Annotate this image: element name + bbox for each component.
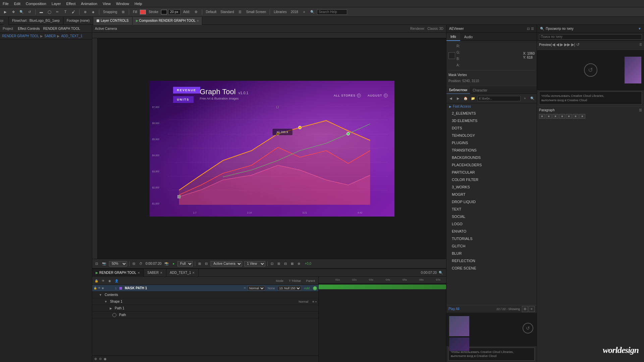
timeline-tab-addtext[interactable]: ADD_TEXT_1 ✕ bbox=[166, 269, 199, 277]
ae-viewer-icon1[interactable]: ⊡ bbox=[527, 27, 530, 31]
snapping-toggle[interactable]: ⊞ bbox=[120, 9, 126, 15]
lyr-eye[interactable]: 👁 bbox=[98, 287, 101, 290]
tool-brush[interactable]: 🖌 bbox=[70, 9, 77, 15]
search-help[interactable]: 🔍 bbox=[309, 9, 316, 15]
lib-thumb-1[interactable] bbox=[449, 316, 469, 336]
prev-skip-start[interactable]: |◀ bbox=[551, 42, 555, 47]
lib-item-transitions[interactable]: TRANSITIONS bbox=[446, 146, 537, 154]
align-left[interactable]: ≡ bbox=[539, 114, 545, 119]
camera-select[interactable]: Active Camera bbox=[211, 261, 242, 266]
tl-solo-all[interactable]: ◉ bbox=[107, 278, 112, 284]
lyr-mode-select[interactable]: Normal bbox=[248, 286, 265, 291]
filter-stores[interactable]: ALL STORES ⓘ bbox=[334, 94, 361, 98]
tool-move[interactable]: ✥ bbox=[10, 9, 17, 15]
search-type-dropdown[interactable]: ▼ bbox=[638, 27, 641, 31]
quality-select[interactable]: Full Half bbox=[177, 261, 193, 266]
align-justify[interactable]: ≡ bbox=[559, 114, 565, 119]
render-status[interactable]: ● bbox=[171, 262, 175, 265]
menu-help[interactable]: Help bbox=[135, 2, 142, 6]
lib-item-particular[interactable]: PARTICULAR bbox=[446, 169, 537, 176]
lib-item-glitch[interactable]: GLITCH bbox=[446, 242, 537, 250]
tl-search[interactable]: 🔍 bbox=[438, 270, 443, 276]
tab-biblio[interactable]: Библиотеки bbox=[446, 86, 470, 94]
comp-close[interactable]: ≡ bbox=[197, 19, 199, 22]
menu-effect[interactable]: Effect bbox=[66, 2, 75, 6]
menu-animation[interactable]: Animation bbox=[81, 2, 97, 6]
lib-item-blur[interactable]: BLUR bbox=[446, 250, 537, 257]
view-btn5[interactable]: ⊛ bbox=[297, 262, 301, 265]
biblio-search-input[interactable] bbox=[539, 34, 642, 40]
menu-window[interactable]: Window bbox=[116, 2, 129, 6]
layer-row-contents[interactable]: ▼ Contents bbox=[92, 292, 318, 298]
stroke-swatch[interactable] bbox=[161, 10, 167, 14]
lib-item-3works[interactable]: 3_WORKS bbox=[446, 183, 537, 191]
tl-shy-all[interactable]: 👤 bbox=[114, 278, 119, 284]
tl-close3[interactable]: ✕ bbox=[192, 271, 195, 275]
menu-file[interactable]: File bbox=[3, 2, 9, 6]
menu-edit[interactable]: Edit bbox=[14, 2, 20, 6]
lib-item-dots[interactable]: DOTS bbox=[446, 124, 537, 132]
timecode-icon[interactable]: ⏱ bbox=[138, 262, 144, 265]
lib-item-social[interactable]: SOCIAL bbox=[446, 213, 537, 220]
view-count-select[interactable]: 1 View 2 Views bbox=[244, 261, 265, 266]
grid-view-btn[interactable]: ⊞ bbox=[522, 306, 528, 312]
tab-flowchart[interactable]: Flowchart : BlueLogo_BG_1aep bbox=[9, 17, 63, 25]
filter-august[interactable]: AUGUST ⓘ bbox=[368, 94, 388, 98]
lib-item-backgrounds[interactable]: BACKGROUNDS bbox=[446, 154, 537, 161]
lib-item-colorfilter[interactable]: COLOR FILTER bbox=[446, 176, 537, 183]
preview-options[interactable]: ☰ bbox=[639, 43, 642, 46]
align-justify-all[interactable]: ≡ bbox=[579, 114, 585, 119]
lyr-add-btn[interactable]: + bbox=[313, 286, 317, 290]
menu-view[interactable]: View bbox=[103, 2, 111, 6]
lib-item-placeholders[interactable]: PLACEHOLDERS bbox=[446, 161, 537, 169]
shape1-expand[interactable]: ▼ bbox=[104, 300, 107, 303]
play-all-btn[interactable]: Play All bbox=[448, 307, 460, 311]
lib-forward[interactable]: ▶ bbox=[455, 96, 461, 102]
layer-row-shape1[interactable]: ▼ Shape 1 Normal ≡ ‒ bbox=[92, 298, 318, 305]
lyr-edit[interactable]: ✏ bbox=[244, 287, 246, 290]
align-right[interactable]: ≡ bbox=[552, 114, 558, 119]
tab-audio[interactable]: Audio bbox=[460, 33, 477, 41]
tool-rotate[interactable]: ↺ bbox=[26, 9, 33, 15]
bc-addtext[interactable]: ADD_TEXT_1 bbox=[61, 34, 82, 38]
tl-close2[interactable]: ✕ bbox=[160, 271, 163, 275]
paragraph-options[interactable]: ☰ bbox=[639, 108, 642, 112]
ae-viewer-icon2[interactable]: ☰ bbox=[531, 27, 534, 31]
lib-item-tutorials[interactable]: TUTORIALS bbox=[446, 235, 537, 242]
tool-pen[interactable]: ✏ bbox=[54, 9, 61, 15]
tab-character[interactable]: Character bbox=[470, 86, 490, 94]
lib-home[interactable]: 🏠 bbox=[463, 96, 469, 102]
camera-capture[interactable]: 📸 bbox=[163, 262, 169, 265]
layer-row-path[interactable]: Path bbox=[92, 312, 318, 318]
layer-row-maskpath[interactable]: 🔒 👁 ◉ 1 MASK PATH 1 ✏ Normal bbox=[92, 285, 318, 292]
lib-fast-access[interactable]: ▶ Fast Access bbox=[446, 103, 537, 110]
resolution-icon[interactable]: ⊟ bbox=[131, 262, 136, 265]
search-type-icon[interactable]: 🔍 bbox=[540, 26, 544, 31]
lib-folder[interactable]: 📁 bbox=[470, 96, 476, 102]
tab-info[interactable]: Info bbox=[446, 33, 460, 41]
lib-item-corescene[interactable]: CORE SCENE bbox=[446, 264, 537, 272]
view-btn1[interactable]: ⊡ bbox=[270, 262, 274, 265]
lyr-solo[interactable]: ◉ bbox=[102, 287, 104, 290]
lib-item-reflection[interactable]: REFLECTION bbox=[446, 257, 537, 264]
align-center[interactable]: ≡ bbox=[546, 114, 552, 119]
viewer-frame-icon[interactable]: ⊡ bbox=[94, 262, 99, 265]
tool-rect[interactable]: ▬ bbox=[38, 9, 45, 15]
prev-play[interactable]: ▶ bbox=[560, 42, 563, 47]
layer-row-path1[interactable]: ▶ Path 1 bbox=[92, 305, 318, 312]
search-help-input[interactable] bbox=[317, 9, 347, 15]
lib-item-plugins[interactable]: PLUGINS bbox=[446, 139, 537, 146]
lib-item-dropliquid[interactable]: DROP LIQUID bbox=[446, 198, 537, 205]
toggle2[interactable]: ⊟ bbox=[204, 262, 209, 265]
extend-panels[interactable]: » bbox=[301, 9, 308, 15]
tool-ellipse[interactable]: ◯ bbox=[46, 9, 53, 15]
lib-item-technology[interactable]: TEHNOLOGY bbox=[446, 132, 537, 139]
path1-expand[interactable]: ▶ bbox=[110, 307, 112, 310]
lib-path-bar[interactable]: Е:\Библ... bbox=[477, 96, 521, 101]
lib-item-mogrt[interactable]: MOGRT bbox=[446, 191, 537, 198]
fill-swatch[interactable] bbox=[140, 10, 146, 14]
tl-close1[interactable]: ✕ bbox=[138, 271, 140, 275]
stroke-size[interactable] bbox=[168, 9, 180, 15]
tl-add-layer[interactable]: ⊕ bbox=[94, 357, 97, 361]
lib-item-text[interactable]: TEXT bbox=[446, 205, 537, 213]
